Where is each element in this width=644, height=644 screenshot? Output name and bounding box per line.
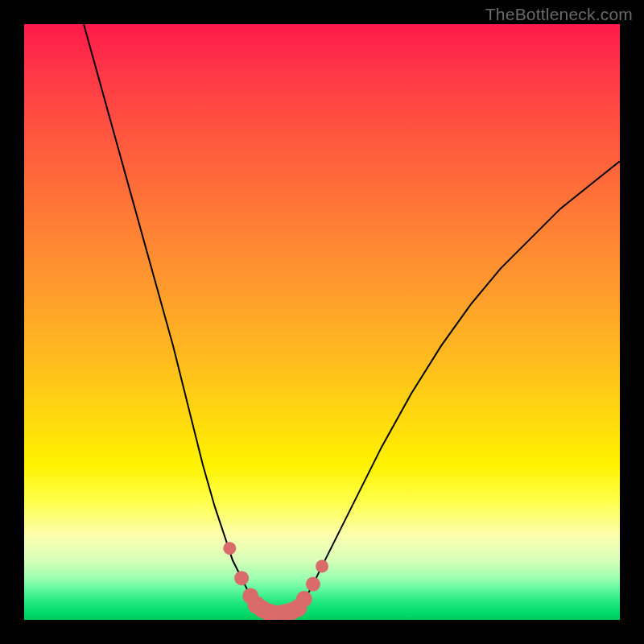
marker-point: [296, 591, 312, 607]
marker-point: [316, 559, 328, 572]
marker-point: [234, 571, 249, 585]
marker-point: [223, 542, 236, 555]
watermark-text: TheBottleneck.com: [485, 5, 633, 24]
curve-layer: [24, 24, 620, 620]
chart-frame: TheBottleneck.com: [0, 0, 644, 644]
bottleneck-curve: [84, 24, 620, 614]
marker-point: [306, 577, 320, 592]
plot-area: [24, 24, 620, 620]
highlight-markers: [223, 542, 328, 620]
